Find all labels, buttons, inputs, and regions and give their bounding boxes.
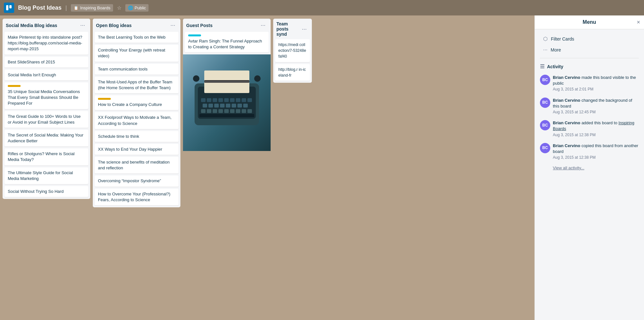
activity-action-text-3: added this board to xyxy=(582,120,617,125)
list-menu-button-open-blog[interactable]: ··· xyxy=(168,21,177,29)
view-all-activity-link[interactable]: View all activity... xyxy=(540,165,639,170)
card-label-orange xyxy=(98,98,111,100)
card-gp1[interactable]: Avtar Ram Singh: The Funnel Approach to … xyxy=(185,32,269,52)
svg-rect-14 xyxy=(242,109,246,113)
card-ob6[interactable]: XX Foolproof Ways to Motivate a Team, Ac… xyxy=(95,112,178,129)
svg-rect-10 xyxy=(218,109,223,113)
card-text: XX Foolproof Ways to Motivate a Team, Ac… xyxy=(98,115,171,126)
activity-time-4: Aug 3, 2015 at 12:38 PM xyxy=(553,155,596,160)
card-sm9[interactable]: Social Without Trying So Hard xyxy=(5,186,88,197)
card-tp1[interactable]: https://medi collection/7-53248efaf40 xyxy=(275,39,310,62)
more-label: More xyxy=(551,47,561,52)
card-sm2[interactable]: Best SlideShares of 2015 xyxy=(5,57,88,68)
inspiring-boards-link[interactable]: 📋 Inspiring Boards xyxy=(71,4,113,12)
activity-item-2: BC Brian Cervino changed the background … xyxy=(540,95,639,118)
card-text: The science and benefits of meditation a… xyxy=(98,160,170,170)
card-sm4[interactable]: 35 Unique Social Media Conversations Tha… xyxy=(5,82,88,109)
card-text: The Best Learning Tools on the Web xyxy=(98,35,166,40)
card-sm3[interactable]: Social Media Isn't Enough xyxy=(5,70,88,80)
card-text: Team communication tools xyxy=(98,67,148,71)
activity-item-1: BC Brian Cervino made this board visible… xyxy=(540,72,639,95)
card-tp2[interactable]: http://blog.r in-iceland-fr xyxy=(275,64,310,81)
card-sm7[interactable]: Rifles or Shotguns? Where is Social Medi… xyxy=(5,148,88,165)
avatar-brian-1: BC xyxy=(540,75,550,85)
app-logo xyxy=(4,3,14,13)
card-text: XX Ways to End Your Day Happier xyxy=(98,147,162,152)
activity-text-4: Brian Cervino copied this board from ano… xyxy=(553,143,639,161)
svg-point-33 xyxy=(193,75,199,82)
visibility-button[interactable]: 🌐 Public xyxy=(125,4,149,12)
card-text: Make Pinterest tip into standalone post?… xyxy=(8,35,82,51)
card-ob10[interactable]: Overcoming “Impostor Syndrome” xyxy=(95,175,178,186)
svg-rect-13 xyxy=(236,109,240,113)
card-sm5[interactable]: The Great Guide to 100+ Words to Use or … xyxy=(5,111,88,128)
card-sm6[interactable]: The Secret of Social Media: Making Your … xyxy=(5,130,88,146)
list-cards-team-posts: https://medi collection/7-53248efaf40 ht… xyxy=(273,39,312,83)
menu-divider xyxy=(540,58,639,58)
card-label-teal xyxy=(188,34,201,36)
svg-rect-12 xyxy=(230,109,235,113)
svg-rect-27 xyxy=(218,98,223,102)
card-text: Best SlideShares of 2015 xyxy=(8,60,55,64)
list-menu-button-social-media[interactable]: ··· xyxy=(78,21,87,29)
card-text: https://medi collection/7-53248efaf40 xyxy=(278,42,306,59)
lists-container: Social Media Blog ideas ··· Make Pintere… xyxy=(0,15,534,320)
card-ob2[interactable]: Controlling Your Energy (with retreat vi… xyxy=(95,45,178,61)
svg-point-34 xyxy=(254,75,261,82)
svg-rect-26 xyxy=(213,98,217,102)
svg-rect-19 xyxy=(220,104,225,108)
filter-icon: ⬡ xyxy=(543,36,548,42)
activity-user-3: Brian Cervino xyxy=(553,120,580,125)
typewriter-svg xyxy=(185,58,269,148)
card-ob5[interactable]: How to Create a Company Culture xyxy=(95,95,178,110)
menu-title: Menu xyxy=(583,19,596,25)
list-cards-social-media: Make Pinterest tip into standalone post?… xyxy=(3,32,90,199)
more-item[interactable]: ··· More xyxy=(540,44,639,55)
svg-rect-28 xyxy=(224,98,229,102)
card-ob9[interactable]: The science and benefits of meditation a… xyxy=(95,157,178,174)
list-menu-button-guest-posts[interactable]: ··· xyxy=(259,21,267,29)
svg-rect-35 xyxy=(204,81,249,82)
svg-rect-25 xyxy=(207,98,211,102)
activity-user-2: Brian Cervino xyxy=(553,98,580,103)
filter-cards-item[interactable]: ⬡ Filter Cards xyxy=(540,33,639,44)
list-header-guest-posts: Guest Posts ··· xyxy=(183,19,271,32)
svg-rect-21 xyxy=(232,104,236,108)
activity-user-4: Brian Cervino xyxy=(553,143,580,148)
card-ob7[interactable]: Schedule time to think xyxy=(95,131,178,142)
card-text: http://blog.r in-iceland-fr xyxy=(278,67,306,78)
card-text: The Ultimate Style Guide for Social Medi… xyxy=(8,170,73,181)
card-sm1[interactable]: Make Pinterest tip into standalone post?… xyxy=(5,32,88,55)
card-text: The Most-Used Apps of the Buffer Team (t… xyxy=(98,80,172,90)
card-text: How to Create a Company Culture xyxy=(98,102,162,107)
card-ob3[interactable]: Team communication tools xyxy=(95,64,178,75)
list-title-open-blog: Open Blog ideas xyxy=(96,23,131,28)
board-link-label: Inspiring Boards xyxy=(80,5,111,10)
globe-icon: 🌐 xyxy=(128,5,133,10)
card-text: Schedule time to think xyxy=(98,134,139,139)
list-header-open-blog: Open Blog ideas ··· xyxy=(93,19,180,32)
filter-cards-label: Filter Cards xyxy=(551,36,574,42)
svg-rect-0 xyxy=(6,5,8,10)
list-title-team-posts: Team posts synd xyxy=(276,21,300,37)
svg-rect-8 xyxy=(207,109,211,113)
card-ob4[interactable]: The Most-Used Apps of the Buffer Team (t… xyxy=(95,77,178,93)
list-team-posts: Team posts synd ··· https://medi collect… xyxy=(273,19,312,83)
card-ob1[interactable]: The Best Learning Tools on the Web xyxy=(95,32,178,43)
board-icon: 📋 xyxy=(73,5,79,10)
activity-text-2: Brian Cervino changed the background of … xyxy=(553,98,639,115)
card-ob11[interactable]: How to Overcome Your (Professional?) Fea… xyxy=(95,189,178,205)
menu-close-button[interactable]: × xyxy=(637,19,640,26)
menu-panel: Menu × ⬡ Filter Cards ··· More ☰ Activit… xyxy=(534,15,644,320)
list-menu-button-team-posts[interactable]: ··· xyxy=(300,25,309,33)
card-ob8[interactable]: XX Ways to End Your Day Happier xyxy=(95,144,178,155)
star-button[interactable]: ☆ xyxy=(117,5,121,11)
avatar-brian-3: BC xyxy=(540,120,550,130)
activity-user-1: Brian Cervino xyxy=(553,75,580,80)
card-sm8[interactable]: The Ultimate Style Guide for Social Medi… xyxy=(5,167,88,184)
card-text: Social Media Isn't Enough xyxy=(8,72,56,77)
activity-icon: ☰ xyxy=(540,63,544,70)
header: Blog Post Ideas | 📋 Inspiring Boards ☆ 🌐… xyxy=(0,0,644,15)
list-guest-posts: Guest Posts ··· Avtar Ram Singh: The Fun… xyxy=(183,19,271,151)
activity-time-1: Aug 3, 2015 at 2:01 PM xyxy=(553,87,593,91)
